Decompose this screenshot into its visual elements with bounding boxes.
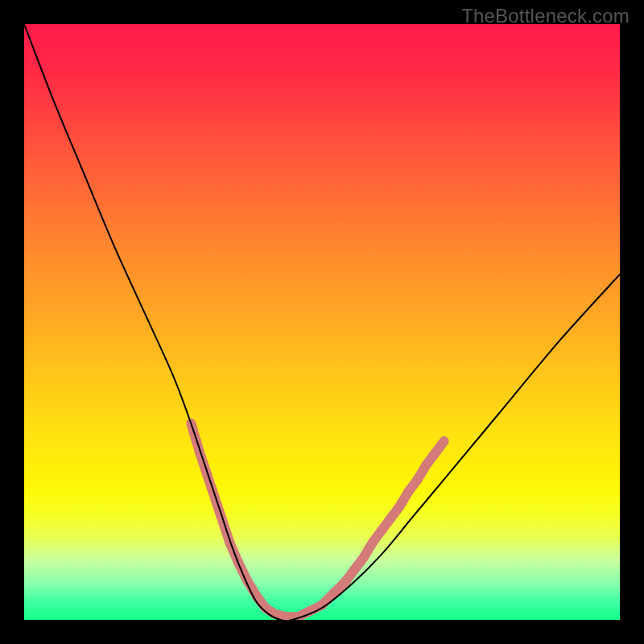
watermark-label: TheBottleneck.com — [461, 5, 630, 27]
bottleneck-curve — [24, 24, 620, 620]
chart-svg — [24, 24, 620, 620]
plot-area — [24, 24, 620, 620]
chart-frame: TheBottleneck.com — [0, 0, 644, 644]
highlight-segment — [436, 441, 444, 453]
highlight-segment — [200, 453, 212, 489]
highlight-band — [191, 423, 444, 617]
